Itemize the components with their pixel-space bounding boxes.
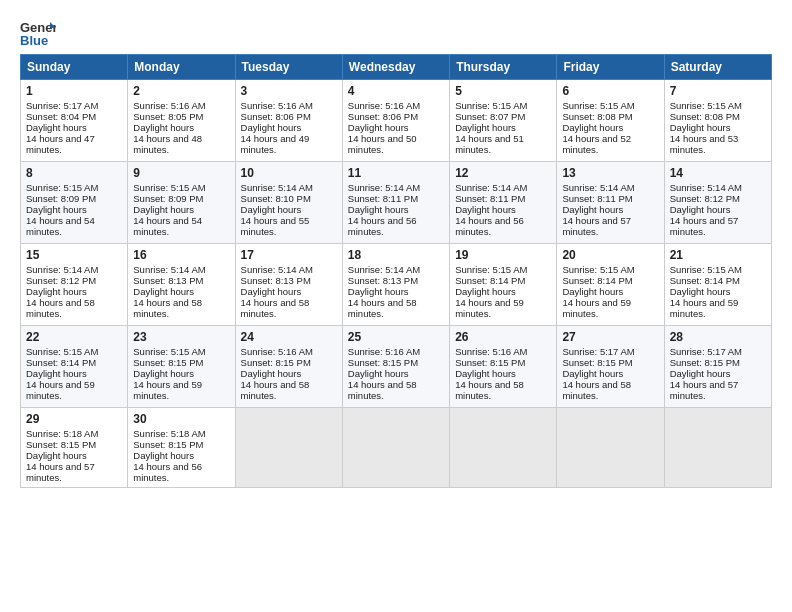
day-number: 4 (348, 84, 444, 98)
calendar-cell (342, 408, 449, 488)
cell-info: Sunrise: 5:15 AMSunset: 8:08 PMDaylight … (562, 100, 634, 155)
calendar-cell: 3Sunrise: 5:16 AMSunset: 8:06 PMDaylight… (235, 80, 342, 162)
calendar-cell: 14Sunrise: 5:14 AMSunset: 8:12 PMDayligh… (664, 162, 771, 244)
day-number: 14 (670, 166, 766, 180)
calendar-cell: 19Sunrise: 5:15 AMSunset: 8:14 PMDayligh… (450, 244, 557, 326)
cell-info: Sunrise: 5:15 AMSunset: 8:09 PMDaylight … (26, 182, 98, 237)
day-number: 26 (455, 330, 551, 344)
calendar-cell: 29Sunrise: 5:18 AMSunset: 8:15 PMDayligh… (21, 408, 128, 488)
calendar-cell: 25Sunrise: 5:16 AMSunset: 8:15 PMDayligh… (342, 326, 449, 408)
calendar-cell: 27Sunrise: 5:17 AMSunset: 8:15 PMDayligh… (557, 326, 664, 408)
cell-info: Sunrise: 5:14 AMSunset: 8:13 PMDaylight … (348, 264, 420, 319)
cell-info: Sunrise: 5:18 AMSunset: 8:15 PMDaylight … (133, 428, 205, 483)
cell-info: Sunrise: 5:14 AMSunset: 8:12 PMDaylight … (26, 264, 98, 319)
calendar-cell: 22Sunrise: 5:15 AMSunset: 8:14 PMDayligh… (21, 326, 128, 408)
calendar-cell (235, 408, 342, 488)
weekday-header: Monday (128, 55, 235, 80)
cell-info: Sunrise: 5:16 AMSunset: 8:06 PMDaylight … (348, 100, 420, 155)
calendar-cell: 12Sunrise: 5:14 AMSunset: 8:11 PMDayligh… (450, 162, 557, 244)
calendar-cell: 24Sunrise: 5:16 AMSunset: 8:15 PMDayligh… (235, 326, 342, 408)
day-number: 2 (133, 84, 229, 98)
calendar-cell (557, 408, 664, 488)
calendar-cell: 17Sunrise: 5:14 AMSunset: 8:13 PMDayligh… (235, 244, 342, 326)
weekday-header: Sunday (21, 55, 128, 80)
cell-info: Sunrise: 5:15 AMSunset: 8:15 PMDaylight … (133, 346, 205, 401)
day-number: 19 (455, 248, 551, 262)
calendar-week-row: 29Sunrise: 5:18 AMSunset: 8:15 PMDayligh… (21, 408, 772, 488)
calendar-cell: 15Sunrise: 5:14 AMSunset: 8:12 PMDayligh… (21, 244, 128, 326)
day-number: 20 (562, 248, 658, 262)
calendar-cell: 8Sunrise: 5:15 AMSunset: 8:09 PMDaylight… (21, 162, 128, 244)
calendar-cell: 10Sunrise: 5:14 AMSunset: 8:10 PMDayligh… (235, 162, 342, 244)
cell-info: Sunrise: 5:15 AMSunset: 8:14 PMDaylight … (670, 264, 742, 319)
day-number: 1 (26, 84, 122, 98)
weekday-header: Wednesday (342, 55, 449, 80)
calendar-week-row: 1Sunrise: 5:17 AMSunset: 8:04 PMDaylight… (21, 80, 772, 162)
calendar-cell: 21Sunrise: 5:15 AMSunset: 8:14 PMDayligh… (664, 244, 771, 326)
day-number: 21 (670, 248, 766, 262)
cell-info: Sunrise: 5:16 AMSunset: 8:06 PMDaylight … (241, 100, 313, 155)
day-number: 29 (26, 412, 122, 426)
calendar-cell: 1Sunrise: 5:17 AMSunset: 8:04 PMDaylight… (21, 80, 128, 162)
calendar-week-row: 22Sunrise: 5:15 AMSunset: 8:14 PMDayligh… (21, 326, 772, 408)
calendar-table: SundayMondayTuesdayWednesdayThursdayFrid… (20, 54, 772, 488)
cell-info: Sunrise: 5:15 AMSunset: 8:14 PMDaylight … (455, 264, 527, 319)
day-number: 11 (348, 166, 444, 180)
cell-info: Sunrise: 5:17 AMSunset: 8:15 PMDaylight … (670, 346, 742, 401)
day-number: 27 (562, 330, 658, 344)
cell-info: Sunrise: 5:18 AMSunset: 8:15 PMDaylight … (26, 428, 98, 483)
day-number: 8 (26, 166, 122, 180)
weekday-header: Thursday (450, 55, 557, 80)
cell-info: Sunrise: 5:14 AMSunset: 8:13 PMDaylight … (241, 264, 313, 319)
svg-text:Blue: Blue (20, 33, 48, 48)
calendar-cell (450, 408, 557, 488)
weekday-header: Tuesday (235, 55, 342, 80)
day-number: 17 (241, 248, 337, 262)
calendar-cell: 9Sunrise: 5:15 AMSunset: 8:09 PMDaylight… (128, 162, 235, 244)
day-number: 25 (348, 330, 444, 344)
weekday-header: Friday (557, 55, 664, 80)
calendar-cell: 20Sunrise: 5:15 AMSunset: 8:14 PMDayligh… (557, 244, 664, 326)
cell-info: Sunrise: 5:17 AMSunset: 8:04 PMDaylight … (26, 100, 98, 155)
calendar-cell: 7Sunrise: 5:15 AMSunset: 8:08 PMDaylight… (664, 80, 771, 162)
cell-info: Sunrise: 5:14 AMSunset: 8:10 PMDaylight … (241, 182, 313, 237)
calendar-header-row: SundayMondayTuesdayWednesdayThursdayFrid… (21, 55, 772, 80)
calendar-cell: 2Sunrise: 5:16 AMSunset: 8:05 PMDaylight… (128, 80, 235, 162)
cell-info: Sunrise: 5:16 AMSunset: 8:15 PMDaylight … (455, 346, 527, 401)
cell-info: Sunrise: 5:15 AMSunset: 8:09 PMDaylight … (133, 182, 205, 237)
cell-info: Sunrise: 5:16 AMSunset: 8:15 PMDaylight … (348, 346, 420, 401)
day-number: 23 (133, 330, 229, 344)
day-number: 28 (670, 330, 766, 344)
calendar-week-row: 8Sunrise: 5:15 AMSunset: 8:09 PMDaylight… (21, 162, 772, 244)
day-number: 6 (562, 84, 658, 98)
header: General Blue (20, 18, 772, 48)
day-number: 13 (562, 166, 658, 180)
page: General Blue SundayMondayTuesdayWednesda… (0, 0, 792, 612)
day-number: 16 (133, 248, 229, 262)
day-number: 15 (26, 248, 122, 262)
day-number: 10 (241, 166, 337, 180)
day-number: 12 (455, 166, 551, 180)
weekday-header: Saturday (664, 55, 771, 80)
calendar-cell (664, 408, 771, 488)
calendar-cell: 6Sunrise: 5:15 AMSunset: 8:08 PMDaylight… (557, 80, 664, 162)
cell-info: Sunrise: 5:15 AMSunset: 8:08 PMDaylight … (670, 100, 742, 155)
calendar-cell: 5Sunrise: 5:15 AMSunset: 8:07 PMDaylight… (450, 80, 557, 162)
day-number: 5 (455, 84, 551, 98)
cell-info: Sunrise: 5:17 AMSunset: 8:15 PMDaylight … (562, 346, 634, 401)
calendar-cell: 16Sunrise: 5:14 AMSunset: 8:13 PMDayligh… (128, 244, 235, 326)
day-number: 7 (670, 84, 766, 98)
cell-info: Sunrise: 5:14 AMSunset: 8:12 PMDaylight … (670, 182, 742, 237)
cell-info: Sunrise: 5:14 AMSunset: 8:13 PMDaylight … (133, 264, 205, 319)
cell-info: Sunrise: 5:15 AMSunset: 8:14 PMDaylight … (26, 346, 98, 401)
cell-info: Sunrise: 5:16 AMSunset: 8:15 PMDaylight … (241, 346, 313, 401)
calendar-cell: 11Sunrise: 5:14 AMSunset: 8:11 PMDayligh… (342, 162, 449, 244)
calendar-cell: 13Sunrise: 5:14 AMSunset: 8:11 PMDayligh… (557, 162, 664, 244)
logo-icon: General Blue (20, 18, 56, 48)
day-number: 9 (133, 166, 229, 180)
calendar-cell: 4Sunrise: 5:16 AMSunset: 8:06 PMDaylight… (342, 80, 449, 162)
day-number: 18 (348, 248, 444, 262)
day-number: 3 (241, 84, 337, 98)
cell-info: Sunrise: 5:14 AMSunset: 8:11 PMDaylight … (348, 182, 420, 237)
calendar-cell: 30Sunrise: 5:18 AMSunset: 8:15 PMDayligh… (128, 408, 235, 488)
